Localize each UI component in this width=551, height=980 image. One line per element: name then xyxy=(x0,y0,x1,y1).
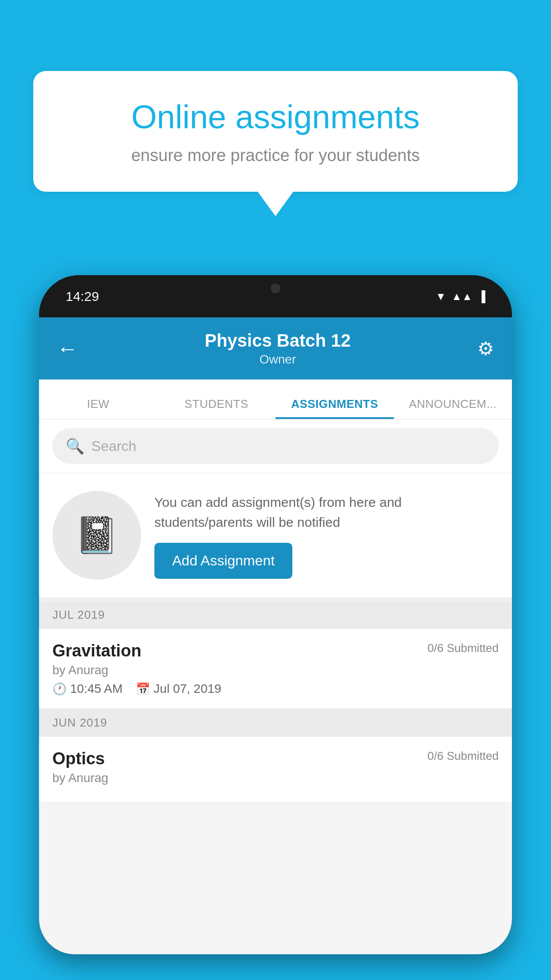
assignment-top-row-optics: Optics 0/6 Submitted xyxy=(52,749,499,768)
empty-icon-circle: 📓 xyxy=(52,491,141,580)
camera-dot xyxy=(271,284,280,293)
assignment-top-row: Gravitation 0/6 Submitted xyxy=(52,641,499,660)
phone-screen: ← Physics Batch 12 Owner ⚙ IEW STUDENTS … xyxy=(39,317,512,954)
back-button[interactable]: ← xyxy=(57,336,78,361)
assignment-item-gravitation[interactable]: Gravitation 0/6 Submitted by Anurag 🕐 10… xyxy=(39,629,512,709)
status-icons: ▼ ▲▲ ▐ xyxy=(436,290,485,303)
header-subtitle: Owner xyxy=(205,352,350,367)
assignment-name: Gravitation xyxy=(52,641,142,660)
assignment-author-optics: by Anurag xyxy=(52,771,499,785)
section-header-jul: JUL 2019 xyxy=(39,601,512,629)
battery-icon: ▐ xyxy=(478,290,485,303)
assignment-submitted: 0/6 Submitted xyxy=(428,641,499,655)
tab-bar: IEW STUDENTS ASSIGNMENTS ANNOUNCEM... xyxy=(39,379,512,419)
speech-bubble-section: Online assignments ensure more practice … xyxy=(33,71,518,216)
time-value: 10:45 AM xyxy=(70,682,122,696)
tab-students[interactable]: STUDENTS xyxy=(157,397,276,419)
search-container: 🔍 Search xyxy=(39,419,512,473)
assignment-date: 📅 Jul 07, 2019 xyxy=(136,682,221,696)
search-icon: 🔍 xyxy=(66,437,84,455)
settings-button[interactable]: ⚙ xyxy=(477,338,494,360)
calendar-icon: 📅 xyxy=(136,682,150,696)
date-value: Jul 07, 2019 xyxy=(153,682,221,696)
section-header-jun: JUN 2019 xyxy=(39,709,512,737)
speech-bubble-subtitle: ensure more practice for your students xyxy=(64,146,487,165)
assignment-item-optics[interactable]: Optics 0/6 Submitted by Anurag xyxy=(39,737,512,802)
phone-outer: 14:29 ▼ ▲▲ ▐ ← Physics Batch 12 Owner ⚙ xyxy=(39,275,512,954)
speech-bubble: Online assignments ensure more practice … xyxy=(33,71,518,192)
assignment-time: 🕐 10:45 AM xyxy=(52,682,122,696)
assignment-submitted-optics: 0/6 Submitted xyxy=(428,749,499,763)
empty-text-block: You can add assignment(s) from here and … xyxy=(154,492,499,579)
app-header: ← Physics Batch 12 Owner ⚙ xyxy=(39,317,512,379)
header-center: Physics Batch 12 Owner xyxy=(205,331,350,367)
wifi-icon: ▼ xyxy=(436,290,446,303)
add-assignment-button[interactable]: Add Assignment xyxy=(154,543,292,579)
notebook-icon: 📓 xyxy=(75,514,119,556)
phone-top-bezel: 14:29 ▼ ▲▲ ▐ xyxy=(39,275,512,317)
signal-icon: ▲▲ xyxy=(451,290,472,303)
assignment-author: by Anurag xyxy=(52,663,499,677)
header-title: Physics Batch 12 xyxy=(205,331,350,351)
search-box[interactable]: 🔍 Search xyxy=(52,428,499,464)
speech-bubble-title: Online assignments xyxy=(64,98,487,137)
status-time: 14:29 xyxy=(66,289,99,304)
phone-device: 14:29 ▼ ▲▲ ▐ ← Physics Batch 12 Owner ⚙ xyxy=(39,275,512,980)
clock-icon: 🕐 xyxy=(52,682,67,696)
speech-bubble-tail xyxy=(258,192,293,216)
tab-iew[interactable]: IEW xyxy=(39,397,157,419)
tab-assignments[interactable]: ASSIGNMENTS xyxy=(276,397,394,419)
assignment-name-optics: Optics xyxy=(52,749,105,768)
assignment-meta: 🕐 10:45 AM 📅 Jul 07, 2019 xyxy=(52,682,499,696)
empty-description: You can add assignment(s) from here and … xyxy=(154,492,499,532)
empty-state: 📓 You can add assignment(s) from here an… xyxy=(39,473,512,601)
phone-notch xyxy=(231,275,320,302)
tab-announcements[interactable]: ANNOUNCEM... xyxy=(394,397,512,419)
search-placeholder-text: Search xyxy=(91,438,136,454)
